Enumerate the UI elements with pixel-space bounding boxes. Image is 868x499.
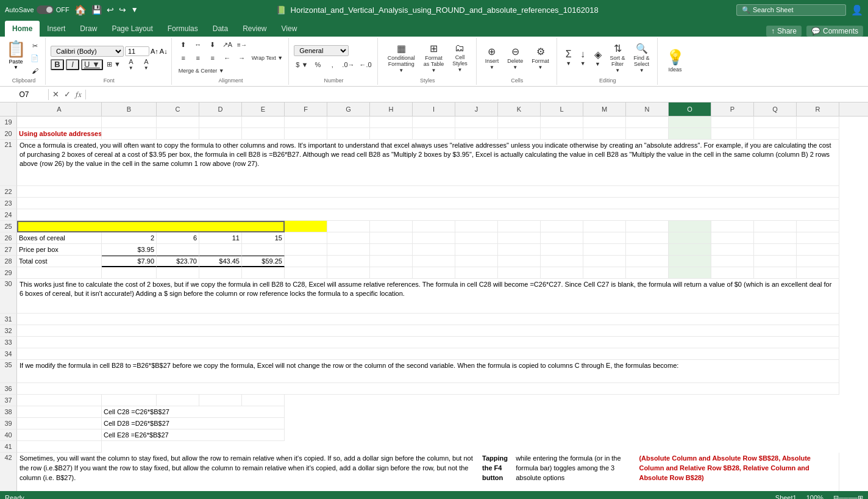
cell-I26[interactable] <box>413 232 455 244</box>
cell-A22[interactable] <box>17 186 839 198</box>
cell-O29[interactable] <box>669 267 711 279</box>
cell-F25[interactable] <box>285 221 327 232</box>
cell-B40[interactable]: Cell E28 =E26*$B$27 <box>102 429 285 441</box>
cell-D26[interactable]: 11 <box>199 232 242 244</box>
cell-N27[interactable] <box>626 244 669 256</box>
home-icon[interactable]: 🏠 <box>74 4 87 16</box>
cell-I25[interactable] <box>413 221 455 232</box>
align-right-button[interactable]: ≡ <box>206 52 219 63</box>
currency-button[interactable]: $ ▼ <box>294 59 310 70</box>
cell-J25[interactable] <box>455 221 498 232</box>
col-header-I[interactable]: I <box>413 102 455 116</box>
tab-review[interactable]: Review <box>235 21 274 37</box>
cell-K26[interactable] <box>498 232 541 244</box>
cell-E37[interactable] <box>242 395 285 406</box>
cell-L28[interactable] <box>541 256 583 267</box>
align-middle-button[interactable]: ↔ <box>191 39 205 50</box>
col-header-H[interactable]: H <box>370 102 413 116</box>
cell-L29[interactable] <box>541 267 583 279</box>
cell-P28[interactable] <box>711 256 754 267</box>
comments-button[interactable]: 💬Comments <box>806 26 863 37</box>
cell-O26[interactable] <box>669 232 711 244</box>
col-header-J[interactable]: J <box>455 102 498 116</box>
cell-J19[interactable] <box>455 117 498 128</box>
cell-F19[interactable] <box>285 117 327 128</box>
cell-R29[interactable] <box>797 267 839 279</box>
cell-C20[interactable] <box>157 128 199 140</box>
decrease-indent-button[interactable]: ← <box>221 52 234 63</box>
cell-H28[interactable] <box>370 256 413 267</box>
cell-M29[interactable] <box>583 267 626 279</box>
cell-E26[interactable]: 15 <box>242 232 285 244</box>
cell-E19[interactable] <box>242 117 285 128</box>
undo-icon[interactable]: ↩ <box>107 5 114 15</box>
cell-A40[interactable] <box>17 429 102 441</box>
cell-Q26[interactable] <box>754 232 797 244</box>
cell-M20[interactable] <box>583 128 626 140</box>
cell-K25[interactable] <box>498 221 541 232</box>
format-as-table-button[interactable]: ⊞ Formatas Table ▼ <box>420 41 447 74</box>
cut-button[interactable]: ✂ <box>28 41 41 52</box>
col-header-F[interactable]: F <box>285 102 327 116</box>
font-name-selector[interactable]: Calibri (Body) <box>51 46 124 57</box>
cell-F29[interactable] <box>285 267 327 279</box>
cell-O27[interactable] <box>669 244 711 256</box>
cell-O28[interactable] <box>669 256 711 267</box>
cell-P29[interactable] <box>711 267 754 279</box>
format-button[interactable]: ⚙ Format ▼ <box>528 43 553 73</box>
decrease-decimal-button[interactable]: ←.0 <box>358 59 374 70</box>
cell-B38[interactable]: Cell C28 =C26*$B$27 <box>102 406 285 418</box>
cell-Q28[interactable] <box>754 256 797 267</box>
cell-B39[interactable]: Cell D28 =D26*$B$27 <box>102 418 285 429</box>
cell-C37[interactable] <box>157 395 199 406</box>
cell-A34[interactable] <box>17 348 839 360</box>
cell-R19[interactable] <box>797 117 839 128</box>
cell-A36[interactable] <box>17 383 839 395</box>
col-header-N[interactable]: N <box>626 102 669 116</box>
find-select-button[interactable]: 🔍 Find &Select ▼ <box>630 41 653 74</box>
more-icon[interactable]: ▼ <box>131 5 138 14</box>
cell-H29[interactable] <box>370 267 413 279</box>
cell-M19[interactable] <box>583 117 626 128</box>
cancel-formula-icon[interactable]: ✕ <box>51 90 60 99</box>
cell-A24[interactable] <box>17 209 839 221</box>
confirm-formula-icon[interactable]: ✓ <box>63 90 72 99</box>
cell-A32[interactable] <box>17 325 839 337</box>
cell-K28[interactable] <box>498 256 541 267</box>
font-size-input[interactable] <box>125 46 149 56</box>
cell-R26[interactable] <box>797 232 839 244</box>
cell-F27[interactable] <box>285 244 327 256</box>
cell-C27[interactable] <box>157 244 199 256</box>
cell-Q20[interactable] <box>754 128 797 140</box>
cell-A33[interactable] <box>17 337 839 348</box>
number-format-selector[interactable]: General <box>294 45 349 56</box>
autosave-switch[interactable] <box>37 5 54 14</box>
cell-I28[interactable] <box>413 256 455 267</box>
cell-B29[interactable] <box>102 267 157 279</box>
conditional-formatting-button[interactable]: ▦ ConditionalFormatting ▼ <box>384 41 419 74</box>
cell-I19[interactable] <box>413 117 455 128</box>
increase-indent-button[interactable]: → <box>235 52 249 63</box>
percent-button[interactable]: % <box>311 59 324 70</box>
cell-P20[interactable] <box>711 128 754 140</box>
cell-K27[interactable] <box>498 244 541 256</box>
cell-A30[interactable]: This works just fine to calculate the co… <box>17 279 839 314</box>
cell-D19[interactable] <box>199 117 242 128</box>
tab-page-layout[interactable]: Page Layout <box>104 21 160 37</box>
cell-M25[interactable] <box>583 221 626 232</box>
cell-A39[interactable] <box>17 418 102 429</box>
bold-button[interactable]: B <box>51 59 64 70</box>
align-left-button[interactable]: ≡ <box>177 52 190 63</box>
cell-N29[interactable] <box>626 267 669 279</box>
cell-B37[interactable] <box>102 395 157 406</box>
col-header-K[interactable]: K <box>498 102 541 116</box>
increase-decimal-button[interactable]: .0→ <box>340 59 356 70</box>
search-sheet-box[interactable]: 🔍 Search Sheet <box>736 4 846 16</box>
col-header-R[interactable]: R <box>797 102 839 116</box>
autosave-toggle[interactable]: AutoSave OFF <box>5 5 69 14</box>
cell-B26[interactable]: 2 <box>102 232 157 244</box>
cell-F26[interactable] <box>285 232 327 244</box>
cell-K19[interactable] <box>498 117 541 128</box>
cell-A28[interactable]: Total cost <box>17 256 102 267</box>
cell-H20[interactable] <box>370 128 413 140</box>
